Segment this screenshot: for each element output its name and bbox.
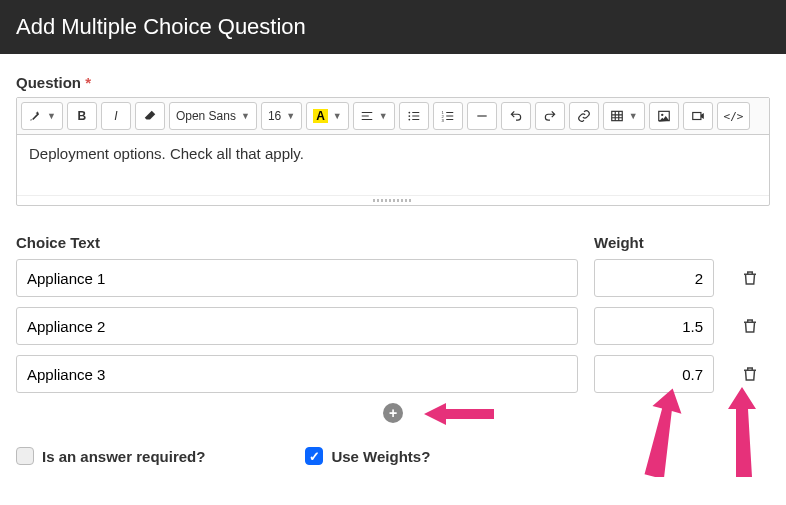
svg-point-1 [408, 115, 410, 117]
editor-toolbar: ▼ B I Open Sans▼ 16▼ A▼ ▼ 123 [17, 98, 769, 135]
delete-choice-button[interactable] [730, 365, 770, 383]
code-icon: </> [724, 110, 744, 123]
eraser-icon [143, 109, 157, 123]
magic-format-button[interactable]: ▼ [21, 102, 63, 130]
page-title: Add Multiple Choice Question [16, 14, 306, 39]
undo-button[interactable] [501, 102, 531, 130]
svg-point-8 [661, 114, 663, 116]
annotation-arrow-delete [722, 387, 762, 477]
svg-point-2 [408, 119, 410, 121]
video-icon [691, 109, 705, 123]
italic-button[interactable]: I [101, 102, 131, 130]
svg-marker-10 [424, 403, 494, 425]
required-asterisk: * [85, 74, 91, 91]
use-weights-checkbox[interactable] [305, 447, 323, 465]
choice-row [16, 259, 770, 297]
question-text-input[interactable]: Deployment options. Check all that apply… [17, 135, 769, 195]
choice-row [16, 307, 770, 345]
annotation-arrow-weight [636, 387, 686, 477]
image-icon [657, 109, 671, 123]
resize-handle[interactable] [17, 195, 769, 205]
required-checkbox[interactable] [16, 447, 34, 465]
align-button[interactable]: ▼ [353, 102, 395, 130]
choice-text-input[interactable] [16, 259, 578, 297]
choice-text-input[interactable] [16, 355, 578, 393]
annotation-arrow-add [424, 397, 494, 431]
add-choice-button[interactable]: + [383, 403, 403, 423]
image-button[interactable] [649, 102, 679, 130]
weight-header: Weight [594, 234, 714, 251]
redo-icon [543, 109, 557, 123]
choice-row [16, 355, 770, 393]
page-header: Add Multiple Choice Question [0, 0, 786, 54]
options-row: Is an answer required? Use Weights? [16, 447, 770, 465]
required-checkbox-label: Is an answer required? [42, 448, 205, 465]
svg-marker-11 [636, 387, 686, 477]
magic-wand-icon [28, 109, 42, 123]
svg-marker-12 [728, 387, 756, 477]
italic-icon: I [114, 109, 117, 123]
choice-text-input[interactable] [16, 307, 578, 345]
video-button[interactable] [683, 102, 713, 130]
minus-icon [475, 109, 489, 123]
list-ul-icon [407, 109, 421, 123]
code-view-button[interactable]: </> [717, 102, 751, 130]
clear-format-button[interactable] [135, 102, 165, 130]
redo-button[interactable] [535, 102, 565, 130]
form-body: Question * ▼ B I Open Sans▼ 16▼ A▼ ▼ 123 [0, 54, 786, 495]
choice-weight-input[interactable] [594, 259, 714, 297]
use-weights-checkbox-row[interactable]: Use Weights? [305, 447, 430, 465]
table-button[interactable]: ▼ [603, 102, 645, 130]
ordered-list-button[interactable]: 123 [433, 102, 463, 130]
svg-text:3: 3 [441, 118, 444, 123]
rich-text-editor: ▼ B I Open Sans▼ 16▼ A▼ ▼ 123 [16, 97, 770, 206]
text-color-button[interactable]: A▼ [306, 102, 349, 130]
table-icon [610, 109, 624, 123]
add-choice-row: + [16, 403, 770, 423]
bold-icon: B [78, 109, 87, 123]
undo-icon [509, 109, 523, 123]
delete-choice-button[interactable] [730, 317, 770, 335]
svg-rect-6 [611, 111, 622, 120]
font-family-select[interactable]: Open Sans▼ [169, 102, 257, 130]
trash-icon [741, 317, 759, 335]
unordered-list-button[interactable] [399, 102, 429, 130]
bold-button[interactable]: B [67, 102, 97, 130]
trash-icon [741, 365, 759, 383]
choice-weight-input[interactable] [594, 307, 714, 345]
choice-text-header: Choice Text [16, 234, 578, 251]
text-color-icon: A [313, 109, 328, 123]
link-icon [577, 109, 591, 123]
choices-header-row: Choice Text Weight [16, 234, 770, 259]
choice-rows-container [16, 259, 770, 393]
required-checkbox-row[interactable]: Is an answer required? [16, 447, 205, 465]
link-button[interactable] [569, 102, 599, 130]
font-size-select[interactable]: 16▼ [261, 102, 302, 130]
question-label-row: Question * [16, 74, 770, 91]
list-ol-icon: 123 [441, 109, 455, 123]
use-weights-checkbox-label: Use Weights? [331, 448, 430, 465]
question-label: Question [16, 74, 81, 91]
choice-weight-input[interactable] [594, 355, 714, 393]
align-left-icon [360, 109, 374, 123]
horizontal-rule-button[interactable] [467, 102, 497, 130]
plus-icon: + [389, 405, 397, 421]
delete-choice-button[interactable] [730, 269, 770, 287]
svg-rect-9 [692, 113, 700, 120]
trash-icon [741, 269, 759, 287]
svg-point-0 [408, 112, 410, 114]
